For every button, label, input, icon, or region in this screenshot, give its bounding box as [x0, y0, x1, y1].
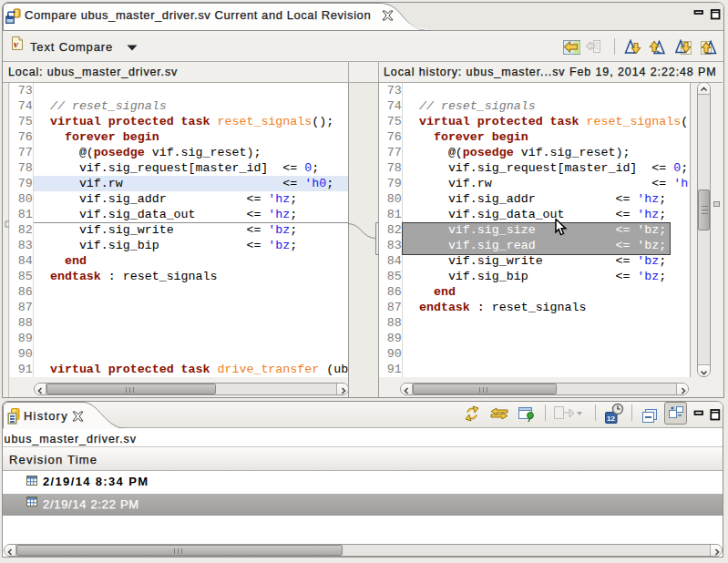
svg-text:12: 12 [607, 415, 615, 423]
svg-text:v: v [14, 38, 18, 49]
